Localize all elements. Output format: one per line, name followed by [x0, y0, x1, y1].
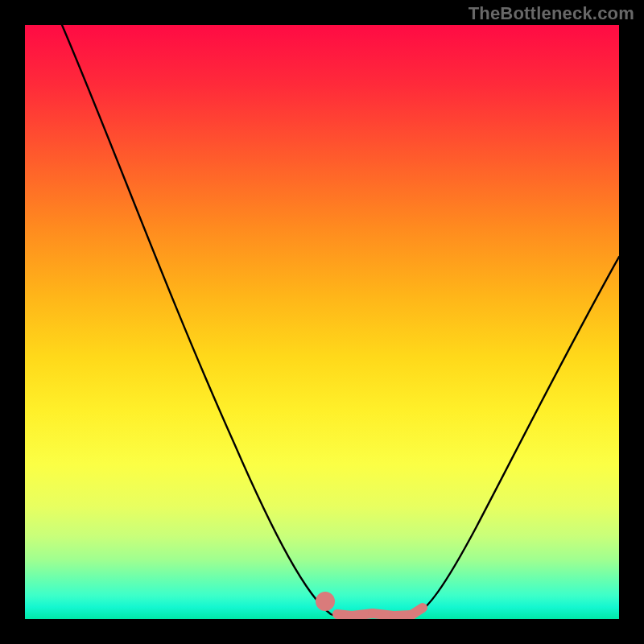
- bottleneck-curve: [62, 25, 619, 617]
- chart-stage: TheBottleneck.com: [0, 0, 644, 644]
- svg-point-0: [320, 597, 330, 606]
- curve-svg: [25, 25, 619, 619]
- flat-bottom-markers: [320, 597, 423, 616]
- plot-area: [25, 25, 619, 619]
- watermark-text: TheBottleneck.com: [469, 3, 634, 24]
- svg-line-5: [411, 608, 423, 615]
